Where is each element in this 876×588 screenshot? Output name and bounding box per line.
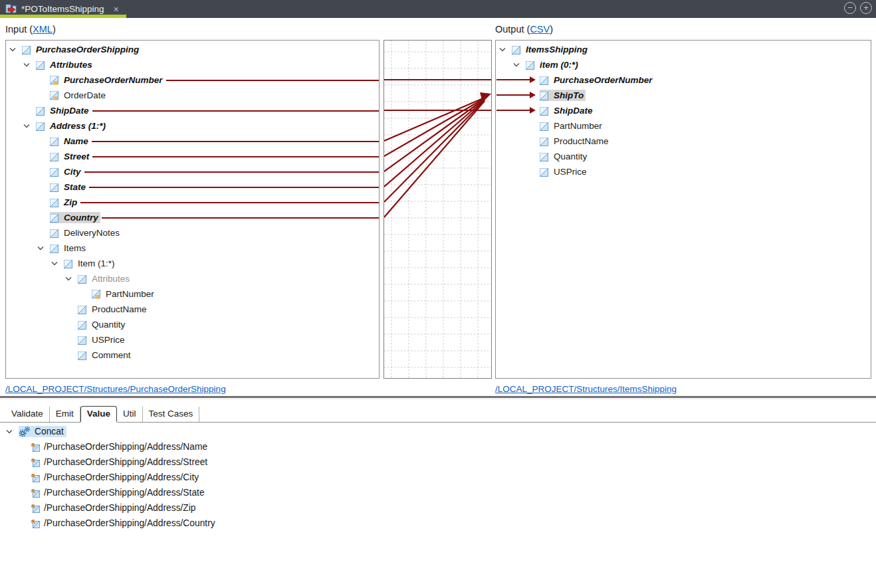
element-icon bbox=[50, 229, 58, 237]
chevron-down-icon[interactable] bbox=[5, 428, 19, 435]
input-format-link[interactable]: XML bbox=[33, 24, 53, 35]
horizontal-sash-divider[interactable] bbox=[0, 396, 876, 398]
chevron-down-icon[interactable] bbox=[37, 245, 50, 252]
chevron-down-icon[interactable] bbox=[9, 46, 22, 53]
tab-emit[interactable]: Emit bbox=[50, 407, 80, 422]
mapping-line bbox=[92, 110, 379, 112]
output-structure-link[interactable]: /LOCAL_PROJECT/Structures/ItemsShipping bbox=[495, 384, 677, 394]
mapping-line bbox=[80, 202, 379, 203]
input-structure-link[interactable]: /LOCAL_PROJECT/Structures/PurchaseOrderS… bbox=[5, 384, 226, 394]
tree-item-label: PurchaseOrderShipping bbox=[34, 44, 141, 55]
tree-item-label: State bbox=[62, 181, 88, 193]
tree-row-attributes[interactable]: Attributes bbox=[6, 57, 379, 72]
tree-row-partnumber-out[interactable]: PartNumber bbox=[496, 118, 871, 134]
element-icon bbox=[78, 351, 86, 359]
tree-item-label: ItemsShipping bbox=[524, 44, 590, 55]
argument-path: /PurchaseOrderShipping/Address/City bbox=[43, 472, 201, 483]
element-icon bbox=[50, 183, 58, 191]
tree-row-shipdate[interactable]: ShipDate bbox=[6, 103, 379, 118]
tree-row-item-out[interactable]: item (0:*) bbox=[496, 57, 871, 72]
argument-path: /PurchaseOrderShipping/Address/Country bbox=[43, 518, 218, 529]
editor-tab-bar: *POToItemsShipping × − + bbox=[0, 0, 876, 18]
tree-row-itemsshipping[interactable]: ItemsShipping bbox=[496, 42, 871, 57]
function-gears-icon bbox=[19, 427, 31, 437]
mapping-arrow bbox=[496, 79, 530, 80]
tree-row-item[interactable]: Item (1:*) bbox=[6, 256, 379, 271]
tab-util[interactable]: Util bbox=[117, 407, 143, 422]
selected-function-highlight: Concat bbox=[19, 426, 66, 437]
tree-item-label: Address (1:*) bbox=[48, 120, 108, 132]
concat-arg-row[interactable]: /PurchaseOrderShipping/Address/Name bbox=[0, 439, 876, 454]
tree-row-deliverynotes[interactable]: DeliveryNotes bbox=[6, 225, 379, 241]
tree-row-purchaseordernumber[interactable]: PurchaseOrderNumber bbox=[6, 72, 379, 88]
selected-item-highlight: Country bbox=[50, 212, 100, 223]
tree-row-usprice-out[interactable]: USPrice bbox=[496, 164, 871, 179]
tree-row-items[interactable]: Items bbox=[6, 241, 379, 256]
tree-row-name[interactable]: Name bbox=[6, 134, 379, 149]
maximize-icon[interactable]: + bbox=[860, 2, 872, 14]
element-icon bbox=[540, 167, 548, 176]
tab-value[interactable]: Value bbox=[80, 406, 117, 423]
tree-row-productname[interactable]: ProductName bbox=[6, 302, 379, 317]
close-icon[interactable]: × bbox=[114, 4, 119, 15]
concat-arg-row[interactable]: /PurchaseOrderShipping/Address/Zip bbox=[0, 500, 876, 516]
tree-row-shipdate-out[interactable]: ShipDate bbox=[496, 103, 871, 118]
element-icon bbox=[526, 60, 534, 69]
attribute-icon bbox=[50, 91, 59, 100]
element-icon bbox=[540, 106, 548, 115]
concat-function-row[interactable]: Concat bbox=[0, 424, 876, 439]
concat-arg-row[interactable]: /PurchaseOrderShipping/Address/State bbox=[0, 485, 876, 500]
mapping-line bbox=[166, 80, 379, 81]
restore-down-icon[interactable]: − bbox=[844, 2, 856, 14]
chevron-down-icon[interactable] bbox=[23, 122, 36, 130]
tree-row-orderdate[interactable]: OrderDate bbox=[6, 88, 379, 103]
tree-item-label: Quantity bbox=[552, 151, 589, 162]
input-argument-icon bbox=[31, 442, 40, 452]
tree-row-state[interactable]: State bbox=[6, 179, 379, 195]
argument-path: /PurchaseOrderShipping/Address/Zip bbox=[43, 502, 199, 514]
chevron-down-icon[interactable] bbox=[51, 260, 64, 267]
tree-row-item-attributes[interactable]: Attributes bbox=[6, 271, 379, 286]
tree-row-usprice[interactable]: USPrice bbox=[6, 332, 379, 347]
tree-row-productname-out[interactable]: ProductName bbox=[496, 134, 871, 149]
tree-item-label: Name bbox=[62, 136, 90, 147]
value-tab-content: Concat /PurchaseOrderShipping/Address/Na… bbox=[0, 424, 876, 531]
mapping-line bbox=[92, 141, 379, 142]
mapping-canvas[interactable] bbox=[383, 40, 492, 379]
chevron-down-icon[interactable] bbox=[498, 46, 512, 53]
tree-row-quantity[interactable]: Quantity bbox=[6, 317, 379, 332]
tree-item-label: USPrice bbox=[90, 334, 127, 345]
output-format-link[interactable]: CSV bbox=[530, 24, 550, 35]
tree-row-comment[interactable]: Comment bbox=[6, 347, 379, 363]
concat-arg-row[interactable]: /PurchaseOrderShipping/Address/City bbox=[0, 470, 876, 485]
tree-item-label: PurchaseOrderNumber bbox=[62, 74, 165, 86]
chevron-down-icon[interactable] bbox=[512, 61, 526, 68]
tree-item-label: Quantity bbox=[90, 319, 127, 330]
tree-row-address[interactable]: Address (1:*) bbox=[6, 118, 379, 134]
tree-row-street[interactable]: Street bbox=[6, 149, 379, 164]
tab-test-cases[interactable]: Test Cases bbox=[143, 407, 200, 422]
attribute-icon bbox=[92, 290, 101, 299]
tree-item-label: OrderDate bbox=[62, 90, 108, 101]
concat-arg-row[interactable]: /PurchaseOrderShipping/Address/Street bbox=[0, 454, 876, 470]
tree-row-purchaseordershipping[interactable]: PurchaseOrderShipping bbox=[6, 42, 379, 57]
element-icon bbox=[78, 274, 86, 283]
tree-row-quantity-out[interactable]: Quantity bbox=[496, 149, 871, 164]
mapping-lines-svg bbox=[384, 41, 491, 378]
tree-item-label: DeliveryNotes bbox=[62, 227, 122, 239]
output-label-suffix: ) bbox=[550, 24, 553, 35]
tree-row-country[interactable]: Country bbox=[6, 210, 379, 225]
argument-path: /PurchaseOrderShipping/Address/Street bbox=[43, 456, 210, 468]
concat-arg-row[interactable]: /PurchaseOrderShipping/Address/Country bbox=[0, 516, 876, 531]
tree-row-shipto-out[interactable]: ShipTo bbox=[496, 88, 871, 103]
chevron-down-icon[interactable] bbox=[23, 61, 36, 68]
chevron-down-icon[interactable] bbox=[64, 275, 78, 282]
output-label-prefix: Output ( bbox=[495, 24, 530, 35]
tree-row-partnumber[interactable]: PartNumber bbox=[6, 286, 379, 302]
tree-row-city[interactable]: City bbox=[6, 164, 379, 179]
tree-row-purchaseordernumber-out[interactable]: PurchaseOrderNumber bbox=[496, 72, 871, 88]
tree-row-zip[interactable]: Zip bbox=[6, 195, 379, 210]
tree-item-label: ProductName bbox=[552, 136, 611, 147]
element-icon bbox=[540, 76, 548, 84]
tab-validate[interactable]: Validate bbox=[5, 407, 50, 422]
